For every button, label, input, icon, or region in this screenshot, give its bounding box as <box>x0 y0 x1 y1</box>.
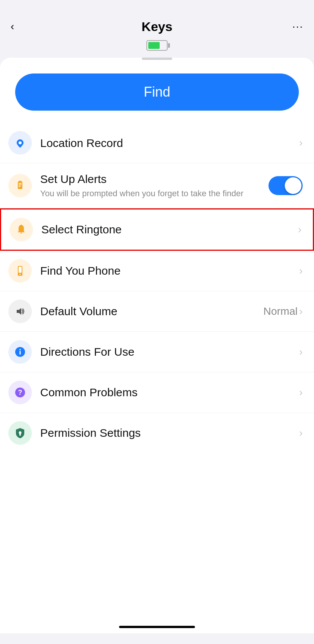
battery-icon <box>146 40 168 51</box>
menu-list: Location Record › Set Up Alerts Yo <box>0 123 314 461</box>
find-button[interactable]: Find <box>15 73 299 111</box>
menu-item-set-up-alerts[interactable]: Set Up Alerts You will be prompted when … <box>0 163 314 208</box>
menu-item-directions-for-use[interactable]: Directions For Use › <box>0 332 314 372</box>
location-record-chevron: › <box>299 137 303 149</box>
alerts-sublabel: You will be prompted when you forget to … <box>40 188 259 200</box>
shield-icon <box>14 427 27 439</box>
alerts-toggle[interactable] <box>268 176 303 195</box>
menu-item-select-ringtone[interactable]: Select Ringtone › <box>0 208 314 251</box>
phone-icon-wrap <box>8 259 32 283</box>
volume-chevron: › <box>299 305 303 317</box>
more-button[interactable]: ··· <box>292 20 303 33</box>
problems-right: › <box>299 386 303 399</box>
ringtone-label: Select Ringtone <box>41 222 294 237</box>
volume-icon-wrap <box>8 300 32 323</box>
alerts-text: Set Up Alerts You will be prompted when … <box>40 172 259 200</box>
find-phone-text: Find You Phone <box>40 263 295 278</box>
bottom-sheet: Find Location Record › <box>0 58 314 633</box>
alerts-icon-wrap <box>8 174 32 197</box>
svg-point-8 <box>20 225 22 226</box>
toggle-knob <box>285 177 301 194</box>
location-record-text: Location Record <box>40 136 295 150</box>
svg-point-2 <box>19 141 22 144</box>
location-record-right: › <box>299 137 303 149</box>
problems-text: Common Problems <box>40 385 295 400</box>
svg-rect-6 <box>19 184 22 185</box>
svg-rect-14 <box>20 351 21 355</box>
ringtone-chevron: › <box>298 224 301 236</box>
page-title: Keys <box>141 19 172 34</box>
ringtone-right: › <box>298 224 301 236</box>
svg-rect-4 <box>19 181 21 182</box>
directions-chevron: › <box>299 346 303 358</box>
alerts-icon <box>14 179 27 192</box>
menu-item-default-volume[interactable]: Default Volume Normal › <box>0 291 314 332</box>
phone-icon <box>14 264 27 277</box>
info-icon-wrap <box>8 340 32 364</box>
shield-icon-wrap <box>8 421 32 445</box>
menu-item-find-you-phone[interactable]: Find You Phone › <box>0 251 314 291</box>
svg-text:?: ? <box>18 389 22 396</box>
svg-rect-5 <box>19 183 22 184</box>
battery-container <box>0 37 314 52</box>
find-phone-right: › <box>299 265 303 277</box>
svg-marker-12 <box>17 308 21 315</box>
svg-rect-10 <box>19 267 22 273</box>
alerts-label: Set Up Alerts <box>40 172 259 186</box>
problems-label: Common Problems <box>40 385 295 400</box>
location-icon <box>14 136 27 149</box>
permission-text: Permission Settings <box>40 425 295 440</box>
alerts-right <box>264 176 303 195</box>
location-record-label: Location Record <box>40 136 295 150</box>
back-button[interactable]: ‹ <box>11 20 27 33</box>
svg-point-15 <box>19 349 21 350</box>
find-button-container: Find <box>0 60 314 123</box>
svg-point-18 <box>19 431 22 434</box>
find-phone-chevron: › <box>299 265 303 277</box>
info-icon <box>14 345 27 358</box>
volume-text: Default Volume <box>40 304 259 319</box>
question-icon-wrap: ? <box>8 381 32 404</box>
directions-right: › <box>299 346 303 358</box>
volume-right: Normal › <box>263 305 303 317</box>
directions-label: Directions For Use <box>40 344 295 359</box>
problems-chevron: › <box>299 386 303 399</box>
svg-point-11 <box>20 274 21 275</box>
bell-icon <box>15 223 28 236</box>
volume-icon <box>14 305 27 318</box>
menu-item-permission-settings[interactable]: Permission Settings › <box>0 413 314 453</box>
svg-rect-19 <box>19 434 21 436</box>
location-record-icon-wrap <box>8 131 32 155</box>
question-icon: ? <box>14 386 27 399</box>
svg-rect-7 <box>19 186 20 187</box>
menu-item-location-record[interactable]: Location Record › <box>0 123 314 163</box>
permission-right: › <box>299 427 303 439</box>
permission-chevron: › <box>299 427 303 439</box>
ringtone-text: Select Ringtone <box>41 222 294 237</box>
find-phone-label: Find You Phone <box>40 263 295 278</box>
directions-text: Directions For Use <box>40 344 295 359</box>
ringtone-icon-wrap <box>9 218 33 241</box>
header: ‹ Keys ··· <box>0 0 314 37</box>
menu-item-common-problems[interactable]: ? Common Problems › <box>0 372 314 413</box>
permission-label: Permission Settings <box>40 425 295 440</box>
volume-label: Default Volume <box>40 304 259 319</box>
volume-value: Normal <box>263 305 297 317</box>
battery-fill <box>148 42 160 49</box>
home-indicator <box>119 626 195 628</box>
